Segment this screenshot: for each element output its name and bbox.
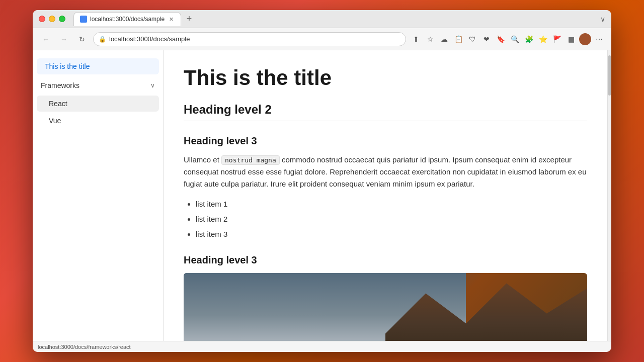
status-url: localhost:3000/docs/frameworks/react	[38, 344, 131, 350]
refresh-button[interactable]: ↻	[75, 32, 89, 46]
frameworks-chevron-icon: ∨	[150, 82, 155, 89]
section-h3-first: Heading level 3 Ullamco et nostrud magna…	[184, 135, 587, 240]
list-item: list item 2	[196, 213, 587, 225]
sidebar-title-link[interactable]: This is the title	[37, 58, 159, 74]
extensions-icon-3[interactable]: ❤	[480, 33, 493, 45]
nav-actions: ⬆ ☆ ☁ 📋 🛡 ❤ 🔖 🔍 🧩 ⭐ 🚩 ▦ ⋯	[410, 33, 605, 45]
content-image	[184, 273, 587, 341]
traffic-lights	[39, 16, 65, 22]
sidebar-item-vue[interactable]: Vue	[37, 113, 159, 129]
address-text[interactable]: localhost:3000/docs/sample	[109, 35, 400, 43]
status-bar: localhost:3000/docs/frameworks/react	[33, 341, 611, 352]
bookmark-icon[interactable]: ☆	[424, 33, 436, 45]
list: list item 1 list item 2 list item 3	[196, 198, 587, 240]
section-h3-second: Heading level 3	[184, 254, 587, 341]
scrollbar[interactable]	[607, 50, 611, 341]
tab-bar: localhost:3000/docs/sample ✕ + ∨	[73, 12, 605, 26]
extensions-icon-1[interactable]: 📋	[452, 33, 464, 45]
heading-level-3-second: Heading level 3	[184, 254, 587, 266]
extension-star-icon[interactable]: ⭐	[537, 33, 549, 45]
forward-button[interactable]: →	[57, 32, 71, 46]
sidebar-toggle-icon[interactable]: ▦	[565, 33, 577, 45]
page-title: This is the title	[184, 65, 587, 90]
tab-favicon	[80, 16, 87, 23]
extension-flag-icon[interactable]: 🚩	[551, 33, 563, 45]
sidebar-frameworks-section[interactable]: Frameworks ∨	[33, 76, 163, 95]
heading-level-3-first: Heading level 3	[184, 135, 587, 147]
extensions-icon-2[interactable]: 🛡	[466, 33, 478, 45]
sidebar: This is the title Frameworks ∨ React Vue	[33, 50, 164, 341]
title-bar: localhost:3000/docs/sample ✕ + ∨	[33, 10, 611, 28]
list-item: list item 1	[196, 198, 587, 210]
back-button[interactable]: ←	[39, 32, 53, 46]
new-tab-button[interactable]: +	[183, 13, 195, 25]
cloud-icon[interactable]: ☁	[438, 33, 450, 45]
sidebar-item-react[interactable]: React	[37, 96, 159, 112]
tab-list-chevron-icon[interactable]: ∨	[600, 15, 605, 23]
list-item: list item 3	[196, 228, 587, 240]
paragraph-text: Ullamco et nostrud magna commodo nostrud…	[184, 154, 587, 190]
active-tab[interactable]: localhost:3000/docs/sample ✕	[73, 12, 181, 26]
lock-icon: 🔒	[99, 36, 106, 43]
avatar[interactable]	[579, 33, 591, 45]
maximize-button[interactable]	[59, 16, 65, 22]
inline-code: nostrud magna	[221, 155, 280, 165]
sidebar-frameworks-label: Frameworks	[41, 81, 79, 89]
extension-puzzle-icon[interactable]: 🧩	[523, 33, 535, 45]
section-h2: Heading level 2	[184, 103, 587, 121]
tab-close-button[interactable]: ✕	[168, 16, 175, 23]
share-icon[interactable]: ⬆	[410, 33, 422, 45]
navigation-bar: ← → ↻ 🔒 localhost:3000/docs/sample ⬆ ☆ ☁…	[33, 28, 611, 50]
tab-title: localhost:3000/docs/sample	[90, 16, 165, 23]
heading-level-2: Heading level 2	[184, 103, 587, 121]
content-area: This is the title Heading level 2 Headin…	[164, 50, 607, 341]
main-content: This is the title Frameworks ∨ React Vue…	[33, 50, 611, 341]
close-button[interactable]	[39, 16, 45, 22]
minimize-button[interactable]	[49, 16, 55, 22]
extensions-icon-4[interactable]: 🔖	[495, 33, 507, 45]
scroll-thumb[interactable]	[608, 55, 611, 96]
address-bar[interactable]: 🔒 localhost:3000/docs/sample	[93, 32, 406, 46]
zoom-icon[interactable]: 🔍	[509, 33, 521, 45]
menu-button[interactable]: ⋯	[593, 33, 605, 45]
